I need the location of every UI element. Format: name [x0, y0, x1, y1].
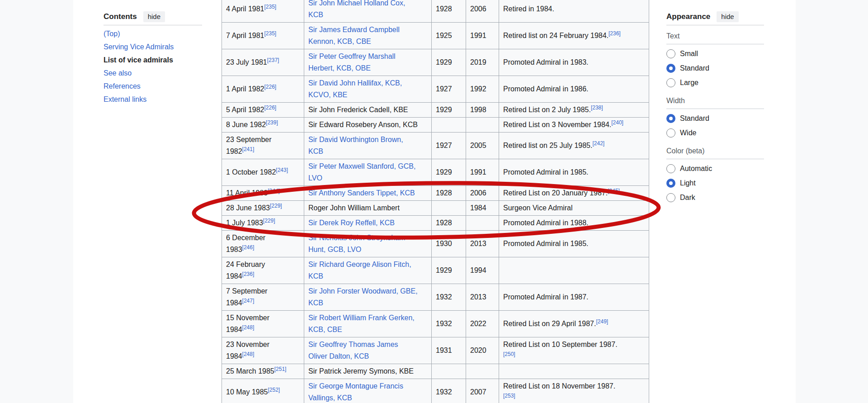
citation-ref[interactable]: [241] — [242, 146, 255, 152]
date-cell: 11 April 1983[244] — [222, 186, 304, 201]
table-row: 23 September1982[241]Sir David Worthingt… — [222, 133, 649, 159]
citation-ref[interactable]: [245] — [608, 188, 620, 194]
notes-cell: Retired list on 25 July 1985.[242] — [499, 133, 649, 159]
citation-ref[interactable]: [226] — [264, 104, 277, 111]
date-cell: 23 November1984[248] — [222, 337, 304, 364]
name-link[interactable]: Sir David Worthington Brown,KCB — [308, 136, 403, 155]
name-link[interactable]: Sir John Forster Woodward, GBE,KCB — [308, 287, 418, 307]
table-row: 23 July 1981[237]Sir Peter Geoffrey Mars… — [222, 49, 649, 76]
name-link[interactable]: Sir Anthony Sanders Tippet, KCB — [308, 189, 415, 197]
born-cell: 1929 — [432, 257, 466, 284]
died-cell — [466, 118, 499, 133]
contents-title: Contents — [104, 12, 137, 22]
table-row: 24 February1984[236]Sir Richard George A… — [222, 257, 649, 284]
name-link[interactable]: Sir Peter Maxwell Stanford, GCB,LVO — [308, 162, 415, 182]
notes-cell: Retired List on 20 January 1987.[245] — [499, 186, 649, 201]
radio-icon — [666, 49, 675, 58]
table-row: 25 March 1985[251]Sir Patrick Jeremy Sym… — [222, 364, 649, 379]
citation-ref[interactable]: [248] — [242, 351, 255, 357]
appearance-divider — [666, 25, 764, 25]
died-cell: 2007 — [466, 379, 499, 403]
citation-ref[interactable]: [236] — [609, 30, 621, 37]
name-cell: Sir James Edward CampbellKennon, KCB, CB… — [304, 23, 432, 49]
name-link[interactable]: Sir David John Hallifax, KCB,KCVO, KBE — [308, 79, 402, 99]
table-row: 7 April 1981[235]Sir James Edward Campbe… — [222, 23, 649, 49]
radio-label: Wide — [680, 128, 696, 137]
citation-ref[interactable]: [252] — [268, 387, 280, 393]
name-link[interactable]: Sir Robert William Frank Gerken,KCB, CBE — [308, 314, 415, 333]
citation-ref[interactable]: [246] — [242, 244, 255, 251]
radio-text-small[interactable]: Small — [666, 47, 764, 61]
date-cell: 7 April 1981[235] — [222, 23, 304, 49]
date-cell: 5 April 1982[226] — [222, 103, 304, 118]
citation-ref[interactable]: [236] — [242, 271, 255, 277]
citation-ref[interactable]: [235] — [264, 30, 277, 37]
citation-ref[interactable]: [249] — [596, 318, 608, 325]
name-cell: Sir George Montague FrancisVallings, KCB — [304, 379, 432, 403]
toc-item-top[interactable]: (Top) — [104, 29, 202, 38]
died-cell: 1984 — [466, 201, 499, 216]
citation-ref[interactable]: [240] — [611, 119, 623, 126]
name-link[interactable]: Sir John Michael Holland Cox,KCB — [308, 0, 405, 19]
radio-color-beta-dark[interactable]: Dark — [666, 190, 764, 205]
name-link[interactable]: Sir Richard George Alison Fitch,KCB — [308, 261, 411, 280]
radio-width-standard[interactable]: Standard — [666, 111, 764, 126]
born-cell: 1932 — [432, 311, 466, 337]
name-link[interactable]: Sir Geoffrey Thomas JamesOliver Dalton, … — [308, 341, 398, 360]
citation-ref[interactable]: [239] — [266, 119, 278, 126]
name-cell: Sir Edward Rosebery Anson, KCB — [304, 118, 432, 133]
notes-cell — [499, 364, 649, 379]
radio-label: Standard — [680, 64, 709, 73]
name-cell: Sir Robert William Frank Gerken,KCB, CBE — [304, 311, 432, 337]
name-link[interactable]: Sir James Edward CampbellKennon, KCB, CB… — [308, 26, 400, 45]
citation-ref[interactable]: [244] — [268, 188, 280, 194]
name-cell: Sir John Frederick Cadell, KBE — [304, 103, 432, 118]
citation-ref[interactable]: [229] — [263, 218, 275, 224]
radio-color-beta-automatic[interactable]: Automatic — [666, 161, 764, 176]
radio-width-wide[interactable]: Wide — [666, 126, 764, 140]
contents-hide-button[interactable]: hide — [143, 11, 165, 22]
date-cell: 25 March 1985[251] — [222, 364, 304, 379]
toc-item-see-also[interactable]: See also — [104, 69, 202, 78]
table-row: 15 November1984[248]Sir Robert William F… — [222, 311, 649, 337]
name-link[interactable]: Sir Derek Roy Reffell, KCB — [308, 219, 395, 227]
section-options-color-beta: AutomaticLightDark — [666, 159, 764, 205]
citation-ref[interactable]: [235] — [264, 4, 277, 10]
table-row: 1 July 1983[229]Sir Derek Roy Reffell, K… — [222, 216, 649, 231]
citation-ref[interactable]: [251] — [274, 366, 287, 372]
name-cell: Sir Geoffrey Thomas JamesOliver Dalton, … — [304, 337, 432, 364]
table-row: 1 April 1982[226]Sir David John Hallifax… — [222, 76, 649, 103]
toc-item-external-links[interactable]: External links — [104, 95, 202, 104]
contents-items: (Top)Serving Vice AdmiralsList of vice a… — [104, 29, 202, 104]
citation-ref[interactable]: [242] — [592, 140, 604, 147]
born-cell: 1925 — [432, 23, 466, 49]
radio-text-standard[interactable]: Standard — [666, 61, 764, 76]
radio-label: Standard — [680, 114, 709, 123]
radio-icon — [666, 128, 675, 137]
date-cell: 23 September1982[241] — [222, 133, 304, 159]
table-row: 4 April 1981[235]Sir John Michael Hollan… — [222, 0, 649, 23]
citation-ref[interactable]: [247] — [242, 298, 255, 304]
citation-ref[interactable]: [226] — [264, 84, 277, 90]
radio-color-beta-light[interactable]: Light — [666, 176, 764, 190]
citation-ref[interactable]: [229] — [270, 203, 282, 209]
citation-ref[interactable]: [243] — [276, 167, 288, 173]
citation-ref[interactable]: [237] — [267, 57, 279, 63]
date-cell: 4 April 1981[235] — [222, 0, 304, 23]
toc-item-serving-vice-admirals[interactable]: Serving Vice Admirals — [104, 43, 202, 52]
citation-ref[interactable]: [248] — [242, 324, 255, 331]
toc-item-references[interactable]: References — [104, 82, 202, 91]
born-cell: 1929 — [432, 103, 466, 118]
date-cell: 23 July 1981[237] — [222, 49, 304, 76]
toc-item-list-of-vice-admirals[interactable]: List of vice admirals — [104, 56, 202, 65]
citation-ref[interactable]: [253] — [503, 393, 515, 399]
name-link[interactable]: Sir Nicholas John StreynshamHunt, GCB, L… — [308, 234, 405, 253]
name-link[interactable]: Sir Peter Geoffrey MarshallHerbert, KCB,… — [308, 52, 396, 72]
appearance-hide-button[interactable]: hide — [717, 11, 738, 22]
citation-ref[interactable]: [238] — [591, 104, 603, 111]
citation-ref[interactable]: [250] — [503, 351, 515, 357]
radio-text-large[interactable]: Large — [666, 76, 764, 90]
name-cell: Sir David John Hallifax, KCB,KCVO, KBE — [304, 76, 432, 103]
name-link[interactable]: Sir George Montague FrancisVallings, KCB — [308, 382, 403, 402]
date-cell: 28 June 1983[229] — [222, 201, 304, 216]
